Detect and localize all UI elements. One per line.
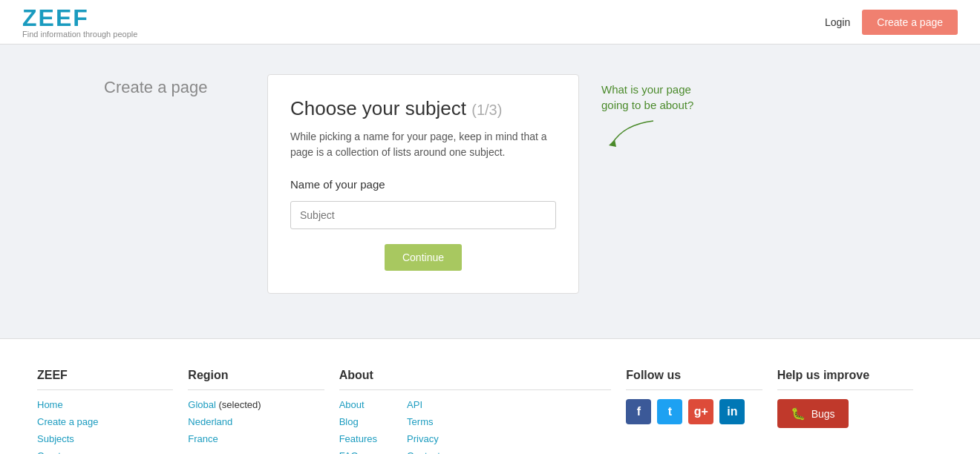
footer-link-curators[interactable]: Curators xyxy=(37,450,173,454)
form-card: Choose your subject (1/3) While picking … xyxy=(267,74,579,294)
footer-link-france[interactable]: France xyxy=(188,433,324,444)
footer-zeef-title: ZEEF xyxy=(37,369,173,390)
annotation-text: What is your page going to be about? xyxy=(601,82,698,113)
footer-link-blog[interactable]: Blog xyxy=(339,416,385,427)
logo: ZEEF Find information through people xyxy=(22,6,137,39)
footer-about-col1: About Blog Features FAQ Guidelines xyxy=(339,399,385,454)
footer-link-terms[interactable]: Terms xyxy=(407,416,440,427)
footer-link-privacy[interactable]: Privacy xyxy=(407,433,440,444)
annotation-area: What is your page going to be about? xyxy=(601,74,698,154)
sidebar-label: Create a page xyxy=(104,74,267,294)
footer-link-create[interactable]: Create a page xyxy=(37,416,173,427)
continue-button[interactable]: Continue xyxy=(385,244,462,271)
step-number: (1/3) xyxy=(471,102,502,118)
login-link[interactable]: Login xyxy=(825,16,850,28)
footer-col-region: Region Global (selected) Nederland Franc… xyxy=(188,369,339,454)
footer-link-subjects[interactable]: Subjects xyxy=(37,433,173,444)
bugs-button[interactable]: 🐛 Bugs xyxy=(777,399,849,428)
footer-region-title: Region xyxy=(188,369,324,390)
subject-input[interactable] xyxy=(290,201,556,229)
header-nav: Login Create a page xyxy=(825,10,958,35)
footer-about-cols: About Blog Features FAQ Guidelines API T… xyxy=(339,399,612,454)
footer-col-about: About About Blog Features FAQ Guidelines… xyxy=(339,369,627,454)
svg-marker-0 xyxy=(609,139,616,147)
step-title: Choose your subject (1/3) xyxy=(290,97,556,120)
footer-col-follow: Follow us f t g+ in xyxy=(626,369,777,454)
footer-col-zeef: ZEEF Home Create a page Subjects Curator… xyxy=(37,369,188,454)
footer: ZEEF Home Create a page Subjects Curator… xyxy=(0,338,980,454)
footer-link-global[interactable]: Global (selected) xyxy=(188,399,324,410)
bug-icon: 🐛 xyxy=(791,407,806,421)
footer-link-faq[interactable]: FAQ xyxy=(339,450,385,454)
bugs-label: Bugs xyxy=(811,408,835,420)
social-icons: f t g+ in xyxy=(626,399,762,424)
create-page-button[interactable]: Create a page xyxy=(862,10,958,35)
google-plus-icon[interactable]: g+ xyxy=(688,399,713,424)
footer-link-contact[interactable]: Contact xyxy=(407,450,440,454)
footer-col-help: Help us improve 🐛 Bugs xyxy=(777,369,928,454)
header: ZEEF Find information through people Log… xyxy=(0,0,980,45)
content-area: Choose your subject (1/3) While picking … xyxy=(267,74,876,294)
facebook-icon[interactable]: f xyxy=(626,399,651,424)
main-content: Create a page Choose your subject (1/3) … xyxy=(82,45,898,338)
footer-link-home[interactable]: Home xyxy=(37,399,173,410)
footer-link-features[interactable]: Features xyxy=(339,433,385,444)
twitter-icon[interactable]: t xyxy=(657,399,682,424)
footer-link-about[interactable]: About xyxy=(339,399,385,410)
logo-tagline: Find information through people xyxy=(22,30,137,39)
footer-about-title: About xyxy=(339,369,612,390)
linkedin-icon[interactable]: in xyxy=(719,399,745,424)
field-label: Name of your page xyxy=(290,178,556,191)
footer-grid: ZEEF Home Create a page Subjects Curator… xyxy=(37,369,928,454)
footer-follow-title: Follow us xyxy=(626,369,762,390)
step-description: While picking a name for your page, keep… xyxy=(290,129,556,160)
annotation-arrow xyxy=(609,117,668,154)
footer-help-title: Help us improve xyxy=(777,369,913,390)
logo-text: ZEEF xyxy=(22,6,137,30)
footer-about-col2: API Terms Privacy Contact xyxy=(407,399,440,454)
footer-link-api[interactable]: API xyxy=(407,399,440,410)
footer-link-nederland[interactable]: Nederland xyxy=(188,416,324,427)
